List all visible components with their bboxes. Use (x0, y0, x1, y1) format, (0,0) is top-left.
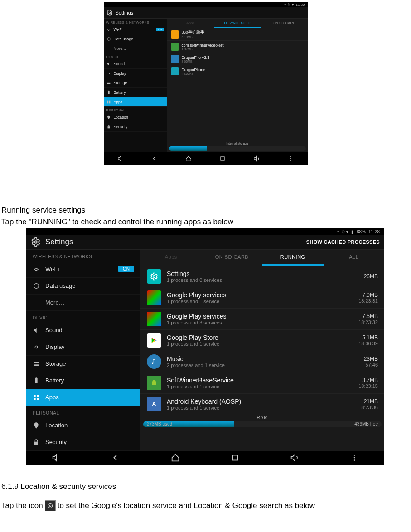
sidebar-item-data-usage[interactable]: Data usage (26, 278, 140, 295)
title-label: Settings (116, 10, 134, 15)
sidebar-item-more[interactable]: More… (26, 295, 140, 311)
svg-rect-4 (107, 83, 110, 84)
sidebar-item-display[interactable]: Display (104, 69, 167, 78)
storage-icon (33, 360, 40, 368)
tab-all[interactable]: ALL (324, 250, 385, 266)
sidebar-item-more[interactable]: More… (104, 44, 167, 53)
ram-bar: RAM 273MB used 436MB free (140, 415, 384, 430)
sidebar-item-label: Storage (114, 81, 127, 85)
sidebar-item-apps[interactable]: Apps (26, 389, 140, 406)
sidebar-item-wifi[interactable]: Wi-Fi ON (26, 261, 140, 278)
sidebar-item-label: More… (45, 299, 65, 306)
app-icon (171, 43, 179, 51)
svg-rect-8 (109, 101, 110, 102)
sidebar-item-battery[interactable]: Battery (104, 88, 167, 97)
tabs: Apps ON SD CARD RUNNING ALL (140, 250, 384, 266)
sidebar-item-location[interactable]: Location (104, 113, 167, 122)
nav-menu[interactable] (287, 155, 294, 162)
sidebar-item-security[interactable]: Security (26, 434, 140, 451)
tab-running[interactable]: RUNNING (262, 250, 324, 266)
app-list[interactable]: 360手机助手5.13MB com.softwinner.videotest1.… (167, 28, 308, 152)
sidebar-item-security[interactable]: Security (104, 122, 167, 132)
settings-apps-downloaded-screenshot: ✦ ⇅ ▾ 11:29 Settings WIRELESS & NETWORKS… (104, 2, 308, 165)
svg-rect-5 (108, 91, 109, 94)
nav-home[interactable] (170, 453, 180, 463)
nav-home[interactable] (185, 155, 192, 162)
status-battery: 88% (357, 229, 366, 234)
svg-point-28 (153, 275, 155, 277)
svg-point-2 (108, 73, 109, 74)
app-row[interactable]: A Android Keyboard (AOSP)1 process and 1… (140, 394, 384, 415)
section-header-wireless: WIRELESS & NETWORKS (26, 250, 140, 261)
section-heading: 6.1.9 Location & security services (0, 482, 411, 491)
sidebar-item-sound[interactable]: Sound (104, 59, 167, 69)
nav-volume-down[interactable] (51, 453, 61, 463)
app-row[interactable]: Google Play services1 process and 1 serv… (140, 287, 384, 309)
wifi-toggle[interactable]: ON (118, 266, 134, 272)
sidebar-item-label: Apps (45, 394, 59, 401)
settings-app-icon (147, 269, 161, 284)
nav-recent[interactable] (219, 155, 226, 162)
nav-menu[interactable] (349, 453, 359, 463)
svg-point-34 (48, 503, 52, 508)
sidebar-item-storage[interactable]: Storage (26, 356, 140, 372)
sidebar-item-label: More… (114, 46, 126, 51)
running-app-list[interactable]: Settings1 process and 0 services 26MB Go… (140, 266, 384, 451)
app-row[interactable]: 360手机助手5.13MB (167, 28, 308, 41)
nav-back[interactable] (111, 453, 121, 463)
svg-point-15 (290, 160, 291, 161)
tab-downloaded[interactable]: DOWNLOADED (214, 19, 261, 28)
nav-volume-up[interactable] (253, 155, 260, 162)
app-row[interactable]: Music2 processes and 1 service 23MB57:46 (140, 351, 384, 372)
text-post: to set the Google's location service and… (58, 501, 315, 510)
status-time: 11:29 (295, 3, 305, 7)
lock-icon (33, 439, 40, 446)
app-row[interactable]: DragonPhone44.00KB (167, 65, 308, 77)
app-row[interactable]: Settings1 process and 0 services 26MB (140, 266, 384, 287)
sidebar: WIRELESS & NETWORKS Wi-Fi ON Data usage … (26, 250, 140, 451)
sidebar-item-sound[interactable]: Sound (26, 322, 140, 339)
wifi-toggle[interactable]: ON (156, 28, 164, 31)
app-time: 57:46 (365, 362, 378, 368)
app-time: 18:06:39 (358, 341, 378, 346)
body-text: Tap the icon to set the Google's locatio… (0, 500, 411, 511)
battery-icon (33, 377, 40, 384)
storage-bar: Internal storage 389MB free (167, 141, 308, 152)
nav-back[interactable] (151, 155, 158, 162)
sidebar-item-data-usage[interactable]: Data usage (104, 34, 167, 44)
section-header-wireless: WIRELESS & NETWORKS (104, 19, 167, 25)
tab-sdcard[interactable]: ON SD CARD (261, 19, 307, 28)
svg-rect-11 (107, 126, 110, 128)
nav-volume-down[interactable] (117, 155, 124, 162)
nav-bar (104, 152, 308, 165)
sidebar-item-label: Display (114, 71, 126, 76)
app-size: 1.97MB (182, 48, 224, 51)
location-icon (33, 422, 40, 429)
app-row[interactable]: Google Play services1 process and 3 serv… (140, 309, 384, 330)
sidebar-item-display[interactable]: Display (26, 339, 140, 356)
app-row[interactable]: SoftWinnerBaseService1 process and 1 ser… (140, 372, 384, 394)
app-name: Google Play Store (167, 334, 353, 341)
section-header-device: DEVICE (104, 53, 167, 59)
nav-volume-up[interactable] (290, 453, 300, 463)
tab-sdcard[interactable]: ON SD CARD (202, 250, 263, 266)
svg-rect-9 (107, 102, 108, 104)
body-text: Tap the "RUNNING" to check and control t… (0, 218, 411, 227)
show-cached-button[interactable]: SHOW CACHED PROCESSES (306, 239, 380, 245)
app-row[interactable]: com.softwinner.videotest1.97MB (167, 41, 308, 53)
app-row[interactable]: DragonFire-v2.33.60MB (167, 53, 308, 65)
sidebar-item-label: Wi-Fi (114, 27, 123, 32)
sidebar-item-storage[interactable]: Storage (104, 78, 167, 88)
sidebar-item-battery[interactable]: Battery (26, 372, 140, 389)
nav-recent[interactable] (230, 453, 240, 463)
sound-icon (106, 62, 111, 66)
sidebar-item-apps[interactable]: Apps (104, 97, 167, 107)
sidebar-item-label: Security (45, 439, 67, 445)
app-row[interactable]: Google Play Store1 process and 1 service… (140, 330, 384, 351)
sidebar-item-wifi[interactable]: Wi-Fi ON (104, 25, 167, 34)
app-memory: 21MB (364, 398, 378, 405)
status-icons: ✦ ⊙ ▾ (336, 229, 348, 234)
app-sub: 1 process and 0 services (167, 277, 358, 283)
sidebar-item-location[interactable]: Location (26, 417, 140, 434)
app-sub: 2 processes and 1 service (167, 363, 358, 368)
